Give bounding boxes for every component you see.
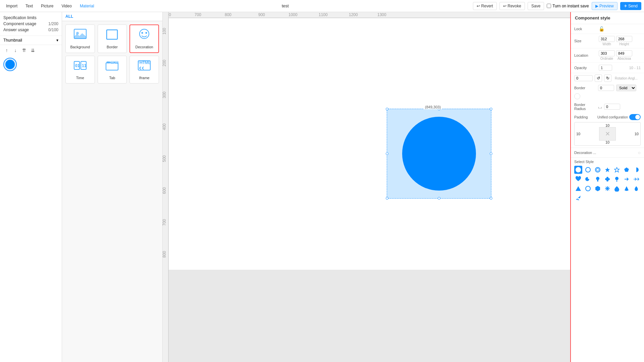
rotation-input[interactable] [574,75,593,81]
shape-bulb[interactable] [594,175,602,183]
shape-pin[interactable] [613,175,621,183]
shapes-row-2 [574,175,641,183]
svg-text:1200: 1200 [349,12,358,17]
decoration-element[interactable] [387,109,491,199]
decoration-label: Decoration ... [574,151,596,155]
component-decoration[interactable]: Decoration [129,24,159,53]
svg-point-49 [615,177,619,180]
size-label: Size [574,39,596,43]
height-sub-label: Height [620,42,629,46]
tab-label: Tab [109,76,115,80]
lock-icon[interactable]: 🔓 [599,26,604,32]
handle-ml[interactable] [386,152,388,155]
border-radius-icon: ⌞⌟ [598,104,602,109]
handle-br[interactable] [490,197,492,200]
padding-top-val[interactable]: 10 [605,123,609,127]
component-tab[interactable]: Tab [98,56,127,84]
component-usage-row: Component usage 1/200 [3,21,58,27]
handle-bl[interactable] [386,197,388,200]
svg-rect-10 [106,63,118,70]
rotation-ccw-btn[interactable]: ↺ [595,74,602,82]
shape-filled-circle[interactable] [574,166,582,174]
unified-toggle[interactable] [629,114,641,120]
shape-asterisk[interactable] [603,185,611,193]
border-color-row [571,93,644,101]
shape-star-filled[interactable] [603,166,611,174]
shape-hexagon[interactable] [594,185,602,193]
revoke-button[interactable]: ↩ Revoke [499,2,525,10]
svg-text:600: 600 [163,187,167,194]
decoration-radio[interactable]: ○ [638,150,641,155]
shape-star-outline[interactable] [613,166,621,174]
border-icon [105,29,119,43]
shape-plane[interactable] [574,194,582,202]
abscissa-input[interactable] [616,50,632,56]
handle-bm[interactable] [438,197,440,200]
shape-crescent[interactable] [584,175,592,183]
shape-circle-outline[interactable] [584,166,592,174]
padding-left-val[interactable]: 10 [576,132,580,136]
revert-button[interactable]: ↩ Revert [473,2,497,10]
shape-triangle[interactable] [574,185,582,193]
border-radius-input[interactable] [604,104,620,110]
handle-tr[interactable] [490,108,492,110]
answer-usage-label: Answer usage [3,28,29,32]
padding-center-box: ✕ [599,127,616,141]
shape-heart[interactable] [574,175,582,183]
canvas-area[interactable]: 600 700 800 900 1000 1100 1200 1300 100 … [163,12,570,362]
svg-rect-2 [107,30,117,39]
height-input[interactable] [616,36,632,42]
arrow-top-btn[interactable]: ⇈ [21,47,28,54]
opacity-row: Opacity 10 - 11 [571,63,644,73]
component-border[interactable]: Border [98,24,127,53]
toolbar-import[interactable]: Import [3,2,21,10]
arrow-up-btn[interactable]: ↑ [3,47,10,54]
svg-text:1300: 1300 [377,12,386,17]
thumbnail-collapse-icon[interactable]: ▾ [56,38,58,43]
handle-tl[interactable] [386,108,388,110]
padding-bottom-val[interactable]: 10 [605,140,609,144]
toolbar-text[interactable]: Text [22,2,36,10]
arrow-down-btn[interactable]: ↓ [12,47,19,54]
component-time[interactable]: 01 11 Time [65,56,95,84]
toolbar-material[interactable]: Material [76,2,98,10]
decoration-label: Decoration [136,45,153,49]
handle-mr[interactable] [490,152,492,155]
shape-pentagon[interactable] [623,166,631,174]
shape-flower[interactable] [603,175,611,183]
shape-water[interactable] [623,185,631,193]
toolbar-picture[interactable]: Picture [38,2,57,10]
send-button[interactable]: ✈ Send [620,2,641,10]
location-inputs: Ordinate Abscissa [599,50,641,60]
shapes-row-1 [574,166,641,174]
right-panel-header: Component style [571,12,644,24]
component-iframe[interactable]: HTML Iframe [129,56,159,84]
shape-circle-outline2[interactable] [584,185,592,193]
component-background[interactable]: Background [65,24,95,53]
arrow-bottom-btn[interactable]: ⇊ [30,47,36,54]
instant-save-checkbox[interactable] [547,4,551,8]
shape-flame[interactable] [632,185,640,193]
border-style-select[interactable]: Solid Dashed Dotted [616,85,636,91]
canvas-page [169,18,570,270]
shape-arrow-right[interactable] [623,175,631,183]
svg-point-42 [596,177,599,180]
border-color-dot[interactable] [574,93,580,99]
border-radius-label: Border Radius [574,103,596,111]
toolbar-video[interactable]: Video [58,2,75,10]
shape-ring[interactable] [594,166,602,174]
border-width-input[interactable] [598,85,614,91]
shape-half-circle[interactable] [632,166,640,174]
preview-button[interactable]: ▶ Preview [592,2,618,10]
padding-right-val[interactable]: 10 [635,132,639,136]
rotation-cw-btn[interactable]: ↻ [604,74,611,82]
opacity-input[interactable] [599,65,612,71]
save-button[interactable]: Save [528,2,544,10]
shape-double-arrow[interactable] [632,175,640,183]
component-panel-header: ALL [62,12,162,21]
time-label: Time [76,76,84,80]
instant-save-label[interactable]: Turn on instant save [547,4,589,8]
shape-teardrop[interactable] [613,185,621,193]
ordinate-input[interactable] [599,50,615,56]
width-input[interactable] [599,36,615,42]
